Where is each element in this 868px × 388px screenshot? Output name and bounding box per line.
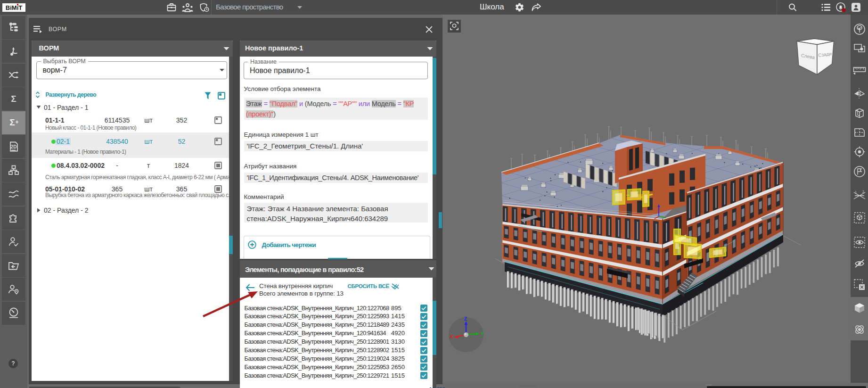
- svg-text:2: 2: [862, 190, 864, 193]
- svg-text:2D: 2D: [11, 144, 17, 149]
- svg-text:Z: Z: [464, 317, 467, 322]
- svg-text:1: 1: [855, 190, 857, 194]
- svg-text:Y: Y: [481, 331, 484, 336]
- svg-text:Σ: Σ: [9, 117, 15, 127]
- svg-text:Σ: Σ: [11, 94, 16, 104]
- svg-text:X: X: [450, 334, 453, 339]
- svg-text:+: +: [15, 119, 18, 125]
